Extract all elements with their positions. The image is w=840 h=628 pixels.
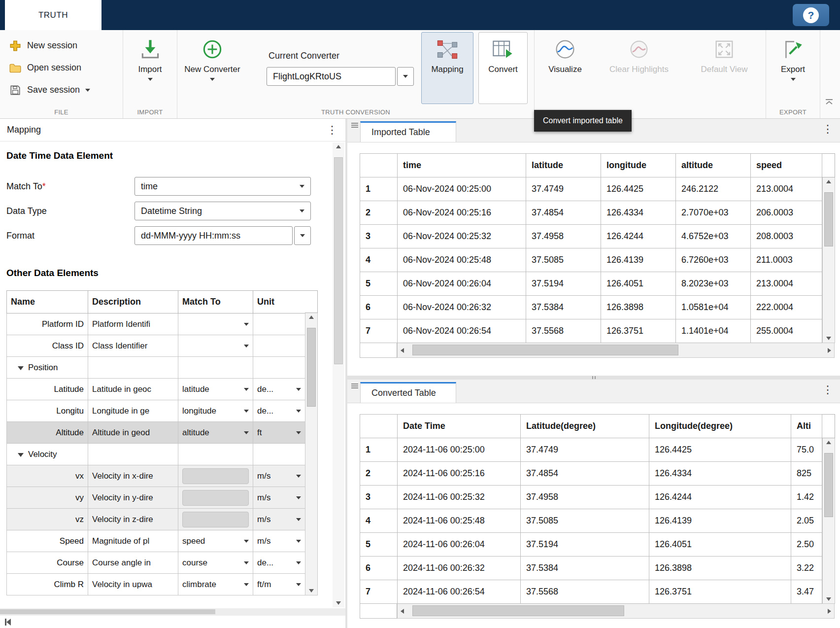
ribbon-section-view: Visualize Clear Highlights Default View	[535, 30, 766, 118]
open-session-label: Open session	[27, 63, 81, 73]
match-to-cell-dropdown[interactable]: speed	[182, 530, 249, 552]
scroll-left-icon[interactable]	[401, 348, 404, 353]
match-to-cell-dropdown[interactable]: climbrate	[182, 574, 249, 595]
export-label: Export	[781, 65, 805, 74]
panel-grip-icon[interactable]	[351, 384, 358, 388]
scroll-left-icon[interactable]	[401, 609, 404, 614]
convert-button[interactable]: Convert	[478, 32, 528, 104]
chevron-down-icon	[244, 431, 249, 434]
mapping-panel-hscrollbar[interactable]	[0, 608, 345, 615]
mapping-panel-menu-icon[interactable]	[327, 125, 337, 136]
mapping-group-row-velocity[interactable]: Velocity	[7, 444, 305, 465]
scroll-down-icon[interactable]	[826, 337, 831, 340]
scrollbar-thumb[interactable]	[334, 157, 343, 364]
imported-table: time latitude longitude altitude speed 1…	[360, 153, 822, 343]
mapping-table-scrollbar[interactable]	[305, 290, 318, 595]
export-button[interactable]: Export	[771, 32, 815, 104]
scroll-right-icon[interactable]	[828, 609, 831, 614]
import-button[interactable]: Import	[128, 32, 172, 104]
match-to-dropdown[interactable]: time	[134, 177, 311, 196]
tab-truth[interactable]: TRUTH	[5, 0, 101, 30]
ribbon-section-file: New session Open session Save session FI…	[0, 30, 123, 118]
column-header-time: time	[398, 154, 526, 177]
current-converter-combobox[interactable]: FlightLogKRtoUS	[267, 67, 414, 86]
panel-grip-icon[interactable]	[351, 123, 358, 128]
match-to-cell-dropdown[interactable]	[182, 314, 249, 335]
converted-row: 62024-11-06 00:26:3237.5384126.38983.22	[360, 557, 822, 580]
scroll-up-icon[interactable]	[336, 145, 341, 148]
convert-tooltip: Convert imported table	[534, 110, 632, 132]
unit-cell-dropdown[interactable]: de...	[257, 400, 301, 421]
save-session-label: Save session	[27, 85, 80, 95]
unit-cell-dropdown[interactable]: ft/m	[257, 574, 301, 595]
tab-converted-table[interactable]: Converted Table	[360, 382, 456, 403]
tab-imported-table[interactable]: Imported Table	[360, 121, 456, 142]
collapse-group-icon[interactable]	[18, 453, 24, 457]
mapping-panel-scrollbar[interactable]	[333, 142, 344, 607]
chevron-down-icon	[296, 388, 301, 391]
new-session-button[interactable]: New session	[5, 35, 94, 56]
collapse-group-icon[interactable]	[18, 366, 24, 370]
mapping-toggle-button[interactable]: Mapping	[421, 32, 473, 104]
match-to-cell-dropdown[interactable]: longitude	[182, 400, 249, 421]
unit-cell-dropdown[interactable]: m/s	[257, 509, 301, 530]
data-type-dropdown[interactable]: Datetime String	[134, 202, 311, 220]
export-dropdown-icon[interactable]	[791, 78, 796, 81]
converted-table-scrollbar[interactable]	[822, 414, 835, 604]
unit-cell-dropdown[interactable]: m/s	[257, 465, 301, 487]
imported-row: 506-Nov-2024 00:26:0437.5194126.40518.20…	[360, 272, 822, 296]
help-button[interactable]	[793, 4, 829, 26]
match-to-cell-dropdown[interactable]: latitude	[182, 379, 249, 400]
save-session-button[interactable]: Save session	[5, 79, 94, 101]
imported-panel-menu-icon[interactable]	[822, 124, 833, 135]
unit-cell-dropdown[interactable]: m/s	[257, 487, 301, 508]
unit-cell-dropdown[interactable]: de...	[257, 379, 301, 400]
scrollbar-thumb[interactable]	[412, 345, 678, 355]
scroll-right-icon[interactable]	[828, 348, 831, 353]
scrollbar-thumb[interactable]	[307, 328, 316, 407]
mapping-row-altitude-selected: Altitude Altitude in geod altitude ft	[7, 422, 305, 444]
panel-splitter[interactable]	[347, 376, 840, 380]
collapse-ribbon-button[interactable]	[822, 96, 836, 107]
current-converter-value[interactable]: FlightLogKRtoUS	[267, 67, 396, 86]
unit-cell-dropdown[interactable]: m/s	[257, 530, 301, 552]
scroll-up-icon[interactable]	[826, 180, 831, 183]
imported-table-scrollbar[interactable]	[822, 153, 835, 343]
match-to-cell-dropdown[interactable]: altitude	[182, 422, 249, 443]
new-converter-button[interactable]: New Converter	[180, 32, 244, 104]
scrollbar-thumb[interactable]	[412, 605, 624, 616]
new-converter-dropdown-icon[interactable]	[210, 78, 215, 81]
imported-header-row: time latitude longitude altitude speed	[360, 154, 822, 177]
imported-table-hscrollbar[interactable]	[360, 343, 835, 358]
format-value[interactable]: dd-MMM-yyyy HH:mm:ss	[134, 226, 293, 245]
match-to-cell-dropdown[interactable]: course	[182, 552, 249, 573]
scroll-down-icon[interactable]	[309, 589, 314, 593]
import-dropdown-icon[interactable]	[148, 78, 153, 81]
converted-table-hscrollbar[interactable]	[360, 604, 835, 619]
format-combobox[interactable]: dd-MMM-yyyy HH:mm:ss	[134, 226, 311, 245]
scroll-up-icon[interactable]	[309, 315, 314, 319]
collapse-panel-icon[interactable]	[5, 619, 11, 626]
format-dropdown-button[interactable]	[294, 226, 311, 245]
scroll-down-icon[interactable]	[826, 597, 831, 601]
scrollbar-thumb[interactable]	[824, 192, 833, 246]
import-label: Import	[138, 65, 162, 74]
main-content: Mapping Date Time Data Element Match To*…	[0, 119, 840, 628]
save-session-dropdown-icon[interactable]	[85, 89, 90, 92]
imported-row: 706-Nov-2024 00:26:5437.5568126.37511.14…	[360, 319, 822, 343]
unit-cell-dropdown[interactable]: ft	[257, 422, 301, 443]
section-label-file: FILE	[0, 108, 123, 116]
mapping-group-row-position[interactable]: Position	[7, 357, 305, 379]
current-converter-dropdown-button[interactable]	[397, 67, 414, 86]
converted-panel-menu-icon[interactable]	[822, 384, 833, 395]
unit-cell-dropdown[interactable]: de...	[257, 552, 301, 573]
scrollbar-thumb[interactable]	[824, 453, 833, 517]
default-view-label: Default View	[701, 65, 747, 74]
scrollbar-thumb[interactable]	[0, 609, 215, 614]
match-to-cell-dropdown[interactable]	[182, 335, 249, 356]
required-asterisk: *	[42, 181, 46, 191]
visualize-button[interactable]: Visualize	[539, 32, 591, 104]
scroll-down-icon[interactable]	[336, 601, 341, 605]
open-session-button[interactable]: Open session	[5, 57, 94, 78]
scroll-up-icon[interactable]	[826, 441, 831, 444]
